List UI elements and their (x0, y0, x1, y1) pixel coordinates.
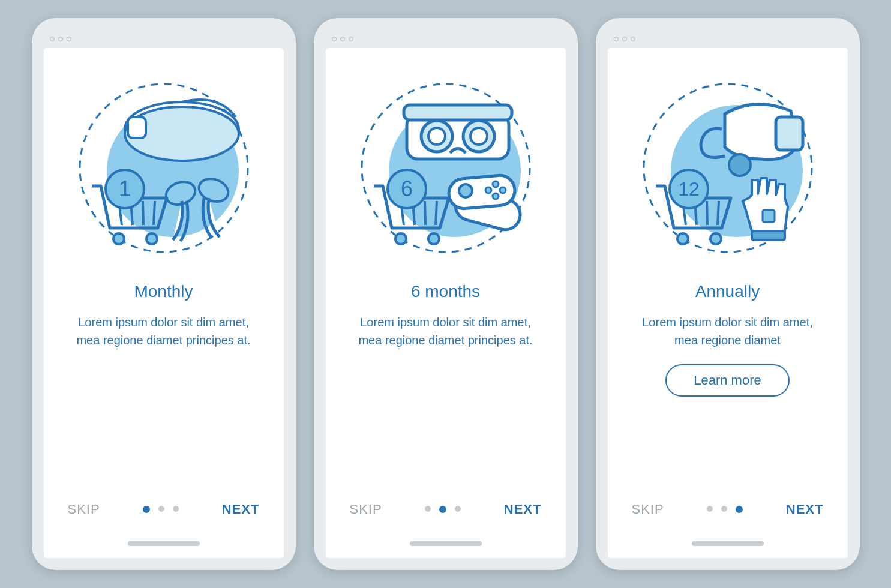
dot-3[interactable] (173, 506, 179, 512)
page-indicator (425, 506, 461, 513)
onboarding-screen-2: 6 6 months Lorem ipsum dolor sit dim ame… (326, 48, 566, 558)
home-indicator-icon (692, 541, 764, 546)
nav-row: SKIP NEXT (65, 490, 263, 535)
learn-more-button[interactable]: Learn more (665, 364, 790, 397)
svg-rect-4 (128, 117, 146, 138)
svg-point-36 (485, 187, 491, 193)
svg-point-45 (677, 233, 688, 244)
vr-annually-illustration-icon: 12 (632, 66, 824, 270)
svg-point-46 (710, 233, 721, 244)
dot-3[interactable] (736, 506, 743, 513)
nav-row: SKIP NEXT (347, 490, 545, 535)
svg-point-34 (500, 187, 506, 193)
nav-row: SKIP NEXT (629, 490, 827, 535)
svg-rect-49 (763, 210, 775, 222)
vr-monthly-illustration-icon: 1 (68, 66, 260, 270)
dot-2[interactable] (439, 506, 446, 513)
vr-6months-illustration-icon: 6 (350, 66, 542, 270)
svg-rect-17 (404, 105, 512, 120)
next-button[interactable]: NEXT (504, 502, 542, 517)
svg-point-32 (459, 184, 472, 197)
svg-point-9 (113, 233, 124, 244)
plan-description: Lorem ipsum dolor sit dim amet, mea regi… (350, 313, 542, 349)
page-indicator (707, 506, 743, 513)
svg-line-43 (707, 201, 707, 225)
badge-number: 1 (118, 176, 130, 201)
svg-point-21 (470, 128, 487, 145)
svg-line-8 (154, 201, 155, 225)
dot-2[interactable] (721, 506, 727, 512)
status-indicator-icon (332, 37, 353, 41)
svg-point-27 (428, 233, 439, 244)
svg-rect-39 (776, 117, 803, 150)
skip-button[interactable]: SKIP (632, 502, 664, 517)
svg-text:6: 6 (400, 176, 412, 201)
phone-mockup-1: 1 Monthly Lorem ipsum dolor sit dim amet… (32, 18, 296, 570)
skip-button[interactable]: SKIP (68, 502, 100, 517)
phone-mockup-3: 12 Annually Lorem ipsum dolor sit dim am… (596, 18, 860, 570)
page-indicator (143, 506, 179, 513)
svg-line-44 (718, 201, 719, 225)
home-indicator-icon (410, 541, 482, 546)
next-button[interactable]: NEXT (222, 502, 260, 517)
status-indicator-icon (50, 37, 71, 41)
plan-description: Lorem ipsum dolor sit dim amet, mea regi… (68, 313, 260, 349)
svg-rect-50 (752, 231, 785, 240)
dot-2[interactable] (158, 506, 164, 512)
status-indicator-icon (614, 37, 635, 41)
dot-1[interactable] (425, 506, 431, 512)
plan-title: 6 months (411, 282, 480, 301)
onboarding-screen-3: 12 Annually Lorem ipsum dolor sit dim am… (608, 48, 848, 558)
svg-line-25 (436, 201, 437, 225)
onboarding-screen-1: 1 Monthly Lorem ipsum dolor sit dim amet… (44, 48, 284, 558)
plan-description: Lorem ipsum dolor sit dim amet, mea regi… (632, 313, 824, 349)
svg-point-10 (146, 233, 157, 244)
skip-button[interactable]: SKIP (350, 502, 382, 517)
svg-point-40 (729, 154, 751, 176)
status-bar (44, 30, 284, 48)
dot-1[interactable] (143, 506, 150, 513)
svg-point-35 (493, 193, 499, 199)
svg-line-24 (425, 201, 425, 225)
next-button[interactable]: NEXT (786, 502, 824, 517)
dot-3[interactable] (455, 506, 461, 512)
svg-line-7 (143, 201, 143, 225)
svg-point-26 (395, 233, 406, 244)
svg-point-33 (493, 181, 499, 187)
status-bar (326, 30, 566, 48)
plan-title: Annually (695, 282, 760, 301)
home-indicator-icon (128, 541, 200, 546)
plan-title: Monthly (134, 282, 193, 301)
dot-1[interactable] (707, 506, 713, 512)
svg-text:12: 12 (678, 178, 700, 200)
phone-mockup-2: 6 6 months Lorem ipsum dolor sit dim ame… (314, 18, 578, 570)
status-bar (608, 30, 848, 48)
svg-point-19 (428, 128, 445, 145)
